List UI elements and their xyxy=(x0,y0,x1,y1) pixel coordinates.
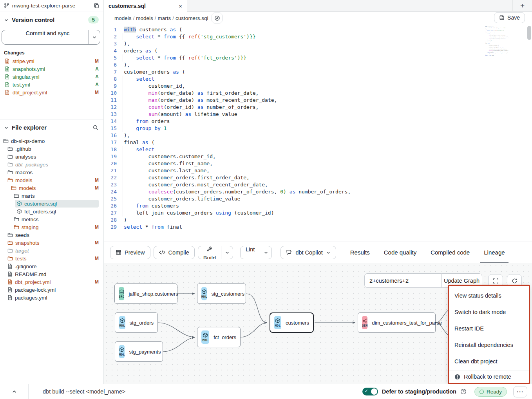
breadcrumb-segment[interactable]: models xyxy=(136,15,153,21)
tree-item-db-sl-qs-demo[interactable]: db-sl-qs-demo xyxy=(0,137,103,145)
change-item-dbt_project.yml[interactable]: dbt_project.yml M xyxy=(0,88,103,96)
code-line-15[interactable]: 15 group by 1 xyxy=(104,125,532,132)
menu-item-reinstall-dependencies[interactable]: Reinstall dependencies xyxy=(449,337,529,353)
code-line-26[interactable]: 26 from customers xyxy=(104,202,532,209)
editor-minimap[interactable]: with customers as ( select * from {{ ref… xyxy=(483,26,508,56)
code-line-14[interactable]: 14 from orders xyxy=(104,118,532,125)
copy-icon[interactable] xyxy=(94,3,100,9)
code-line-12[interactable]: 12 count(order_id) as number_of_orders, xyxy=(104,104,532,111)
build-options-chevron[interactable] xyxy=(221,246,233,259)
status-badge-ready[interactable]: Ready xyxy=(474,387,507,397)
code-line-22[interactable]: 22 customer_orders.first_order_date, xyxy=(104,174,532,181)
code-line-20[interactable]: 20 customers.first_name, xyxy=(104,160,532,167)
code-line-3[interactable]: 3), xyxy=(104,40,532,47)
code-line-19[interactable]: 19 customers.customer_id, xyxy=(104,153,532,160)
code-line-11[interactable]: 11 max(order_date) as most_recent_order_… xyxy=(104,97,532,104)
lineage-node-stg_payments[interactable]: MDLstg_payments xyxy=(115,341,163,362)
version-control-header[interactable]: Version control 5 xyxy=(0,11,103,27)
code-line-27[interactable]: 27 left join customer_orders using (cust… xyxy=(104,209,532,217)
code-line-1[interactable]: 1with customers as ( xyxy=(104,26,532,33)
lineage-canvas[interactable]: SRCjaffle_shop.customersMDLstg_customers… xyxy=(104,263,532,384)
code-line-6[interactable]: 6), xyxy=(104,61,532,69)
save-button[interactable]: Save xyxy=(494,12,525,23)
breadcrumb-segment[interactable]: customers.sql xyxy=(176,15,208,21)
dbt-copilot-button[interactable]: dbt Copilot xyxy=(280,246,336,259)
close-icon[interactable]: × xyxy=(179,3,182,9)
command-input[interactable]: dbt build --select <model_name> xyxy=(29,388,362,395)
code-area[interactable]: 1with customers as (2 select * from {{ r… xyxy=(104,24,532,231)
search-icon[interactable] xyxy=(92,125,99,131)
change-item-snapshots.yml[interactable]: snapshots.yml A xyxy=(0,65,103,73)
lineage-node-stg_orders[interactable]: MDLstg_orders xyxy=(115,312,158,333)
tree-item-tests[interactable]: testsM xyxy=(0,255,103,262)
code-line-17[interactable]: 17final as ( xyxy=(104,139,532,146)
tree-item-package-lock.yml[interactable]: package-lock.yml xyxy=(0,286,103,294)
menu-item-switch-to-dark-mode[interactable]: Switch to dark mode xyxy=(449,304,529,320)
commit-and-sync-button[interactable]: Commit and sync xyxy=(2,30,100,45)
compile-button[interactable]: Compile xyxy=(154,246,195,259)
breadcrumb-segment[interactable]: marts xyxy=(158,15,171,21)
tree-item-marts[interactable]: marts xyxy=(0,192,103,200)
tree-item-fct-orders.sql[interactable]: fct_orders.sql xyxy=(0,208,103,215)
file-explorer-header[interactable]: File explorer xyxy=(0,119,103,134)
code-line-8[interactable]: 8 select xyxy=(104,76,532,83)
menu-item-clean-dbt-project[interactable]: Clean dbt project xyxy=(449,353,529,370)
preview-button[interactable]: Preview xyxy=(110,246,150,259)
tree-item-models[interactable]: modelsM xyxy=(0,184,103,192)
tree-item-dbt-packages[interactable]: dbt_packages xyxy=(0,161,103,168)
command-bar-expand-button[interactable] xyxy=(0,384,29,399)
tree-item-snapshots[interactable]: snapshotsM xyxy=(0,239,103,247)
tab-customers-sql[interactable]: customers.sql × xyxy=(104,0,187,12)
code-line-18[interactable]: 18 select xyxy=(104,146,532,153)
tree-item-seeds[interactable]: seeds xyxy=(0,231,103,239)
tree-item-metrics[interactable]: metrics xyxy=(0,215,103,223)
lineage-selector-input[interactable]: 2+customers+2 xyxy=(364,273,441,288)
tree-item-macros[interactable]: macros xyxy=(0,168,103,176)
lint-button[interactable]: Lint xyxy=(241,246,260,259)
code-line-4[interactable]: 4orders as ( xyxy=(104,47,532,54)
change-item-stripe.yml[interactable]: stripe.yml M xyxy=(0,57,103,65)
menu-item-view-status-details[interactable]: View status details xyxy=(449,287,529,304)
tree-item-analyses[interactable]: analyses xyxy=(0,153,103,161)
lineage-node-jaffle_shop.customers[interactable]: SRCjaffle_shop.customers xyxy=(114,283,177,304)
code-line-7[interactable]: 7customer_orders as ( xyxy=(104,69,532,76)
explore-lineage-button[interactable] xyxy=(212,13,223,23)
help-icon[interactable] xyxy=(460,388,467,395)
commit-options-chevron[interactable] xyxy=(89,30,100,44)
code-line-28[interactable]: 28) xyxy=(104,217,532,224)
code-line-2[interactable]: 2 select * from {{ ref('stg_customers')}… xyxy=(104,33,532,40)
code-line-25[interactable]: 25 customer_orders.lifetime_value xyxy=(104,195,532,202)
tree-item-dbt-project.yml[interactable]: dbt_project.ymlM xyxy=(0,278,103,286)
new-tab-button[interactable]: + xyxy=(512,0,532,11)
lineage-node-customers[interactable]: MDLcustomers xyxy=(270,312,314,333)
defer-toggle[interactable]: ✓ xyxy=(362,388,378,395)
build-button[interactable]: Build xyxy=(198,246,221,259)
code-line-29[interactable]: 29select * from final xyxy=(104,224,532,231)
code-line-16[interactable]: 16), xyxy=(104,132,532,139)
change-item-test.yml[interactable]: test.yml A xyxy=(0,81,103,88)
tree-item-models[interactable]: modelsM xyxy=(0,176,103,184)
tree-item-customers.sql[interactable]: customers.sql xyxy=(0,200,103,208)
more-options-button[interactable]: ··· xyxy=(513,386,527,397)
tree-item-.gitignore[interactable]: .gitignore xyxy=(0,262,103,270)
menu-item-rollback-to-remote[interactable]: Rollback to remote xyxy=(449,370,529,383)
code-line-21[interactable]: 21 customers.last_name, xyxy=(104,167,532,174)
tab-lineage[interactable]: Lineage xyxy=(484,242,505,263)
menu-item-restart-ide[interactable]: Restart IDE xyxy=(449,320,529,337)
code-line-24[interactable]: 24 coalesce(customer_orders.number_of_or… xyxy=(104,188,532,195)
code-line-10[interactable]: 10 min(order_date) as first_order_date, xyxy=(104,90,532,97)
code-editor[interactable]: 1with customers as (2 select * from {{ r… xyxy=(104,24,532,242)
tree-item-target[interactable]: target xyxy=(0,247,103,255)
breadcrumb-segment[interactable]: models xyxy=(114,15,132,21)
lineage-node-dim_customers_test_for_parse[interactable]: SEMdim_customers_test_for_parse xyxy=(358,312,436,333)
tab-compiled-code[interactable]: Compiled code xyxy=(431,242,470,263)
lint-options-chevron[interactable] xyxy=(260,246,271,259)
tree-item-.github[interactable]: .github xyxy=(0,145,103,153)
code-line-5[interactable]: 5 select * from {{ ref('fct_orders')}} xyxy=(104,54,532,61)
tab-results[interactable]: Results xyxy=(350,242,370,263)
change-item-singular.yml[interactable]: singular.yml A xyxy=(0,73,103,81)
code-line-23[interactable]: 23 customer_orders.most_recent_order_dat… xyxy=(104,181,532,188)
tree-item-README.md[interactable]: README.md xyxy=(0,270,103,278)
editor-scrollbar[interactable] xyxy=(527,26,531,40)
code-line-9[interactable]: 9 customer_id, xyxy=(104,83,532,90)
